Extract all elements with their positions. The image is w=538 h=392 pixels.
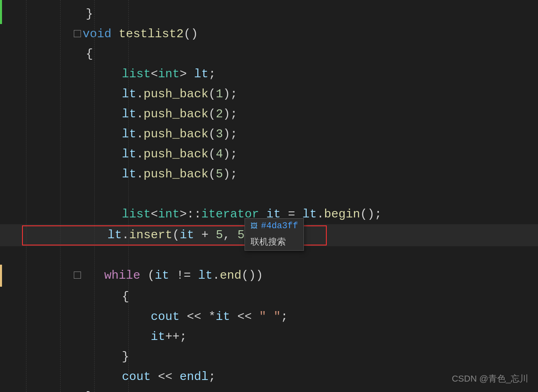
context-menu-item-image[interactable]: 🖼 #4da3ff (245, 219, 303, 233)
code-lines: } □void testlist2() { list<int> lt; lt (0, 0, 538, 392)
watermark: CSDN @青色_忘川 (452, 373, 528, 385)
line-close-brace-func: } (0, 387, 538, 392)
image-icon: 🖼 (251, 222, 258, 230)
code-editor: } □void testlist2() { list<int> lt; lt (0, 0, 538, 392)
context-menu-image-label: #4da3ff (261, 221, 298, 231)
line-push-back-5: lt.push_back(5); (0, 164, 538, 184)
context-menu[interactable]: 🖼 #4da3ff 联机搜索 (245, 218, 304, 251)
context-menu-search-label: 联机搜索 (251, 236, 286, 248)
context-menu-item-online-search[interactable]: 联机搜索 (245, 233, 303, 250)
